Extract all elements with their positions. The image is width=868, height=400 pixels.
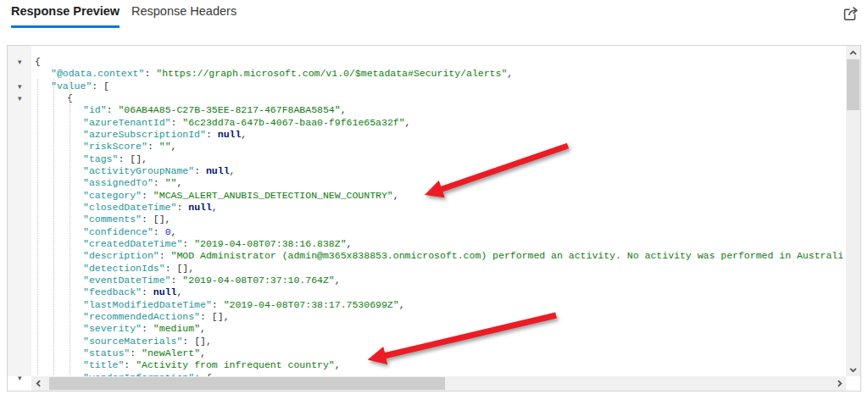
json-line: "comments": [], bbox=[31, 214, 846, 225]
json-line: "title": "Activity from infrequent count… bbox=[31, 359, 846, 371]
json-line: "azureSubscriptionId": null, bbox=[31, 129, 846, 141]
json-line: "category": "MCAS_ALERT_ANUBIS_DETECTION… bbox=[31, 190, 846, 202]
share-icon[interactable] bbox=[841, 3, 861, 24]
json-line: "activityGroupName": null, bbox=[31, 165, 846, 177]
json-line: "confidence": 0, bbox=[31, 226, 846, 238]
json-line: "eventDateTime": "2019-04-08T07:37:10.76… bbox=[31, 275, 846, 286]
horizontal-scrollbar[interactable] bbox=[31, 376, 846, 391]
scroll-left-icon[interactable] bbox=[31, 376, 45, 390]
json-line: "tags": [], bbox=[31, 153, 846, 165]
tab-response-headers[interactable]: Response Headers bbox=[131, 4, 236, 25]
json-line: "closedDateTime": null, bbox=[31, 202, 846, 214]
vertical-scroll-thumb[interactable] bbox=[847, 59, 860, 110]
scrollbar-corner bbox=[846, 376, 860, 391]
tab-response-preview[interactable]: Response Preview bbox=[11, 4, 120, 28]
collapse-toggle-icon[interactable]: ▾ bbox=[18, 57, 30, 67]
json-line: "lastModifiedDateTime": "2019-04-08T07:3… bbox=[31, 299, 846, 311]
json-line: { bbox=[31, 56, 846, 68]
vertical-scrollbar[interactable] bbox=[846, 46, 860, 376]
json-line: { bbox=[31, 92, 846, 104]
json-content: {"@odata.context": "https://graph.micros… bbox=[31, 46, 846, 376]
json-line: "createdDateTime": "2019-04-08T07:38:16.… bbox=[31, 238, 846, 250]
json-line: "status": "newAlert", bbox=[31, 347, 846, 359]
scroll-up-icon[interactable] bbox=[846, 46, 860, 59]
json-line: "detectionIds": [], bbox=[31, 263, 846, 275]
response-body-panel: ▾▾▾▾ {"@odata.context": "https://graph.m… bbox=[7, 45, 861, 392]
json-line: "value": [ bbox=[31, 81, 846, 92]
json-line: "feedback": null, bbox=[31, 286, 846, 298]
json-line: "assignedTo": "", bbox=[31, 177, 846, 189]
indent-guide bbox=[37, 79, 38, 375]
collapse-toggle-icon[interactable]: ▾ bbox=[18, 93, 30, 103]
json-line: "description": "MOD Administrator (admin… bbox=[31, 250, 846, 262]
json-line: "@odata.context": "https://graph.microso… bbox=[31, 68, 846, 80]
collapse-toggle-icon[interactable]: ▾ bbox=[18, 373, 30, 383]
json-line: "sourceMaterials": [], bbox=[31, 336, 846, 347]
collapse-toggle-icon[interactable]: ▾ bbox=[18, 81, 30, 92]
scroll-down-icon[interactable] bbox=[846, 363, 860, 376]
tab-bar: Response Preview Response Headers bbox=[0, 0, 868, 37]
json-line: "id": "06AB4A85-C27B-35EE-8217-467F8ABA5… bbox=[31, 104, 846, 116]
scroll-right-icon[interactable] bbox=[832, 376, 846, 390]
indent-guide bbox=[70, 79, 70, 375]
indent-guide bbox=[53, 79, 54, 375]
json-line: "riskScore": "", bbox=[31, 141, 846, 153]
json-line: "recommendedActions": [], bbox=[31, 311, 846, 323]
json-line: "severity": "medium", bbox=[31, 323, 846, 335]
fold-gutter: ▾▾▾▾ bbox=[8, 46, 31, 376]
json-line: "azureTenantId": "6c23dd7a-647b-4067-baa… bbox=[31, 117, 846, 129]
horizontal-scroll-thumb[interactable] bbox=[49, 377, 445, 390]
